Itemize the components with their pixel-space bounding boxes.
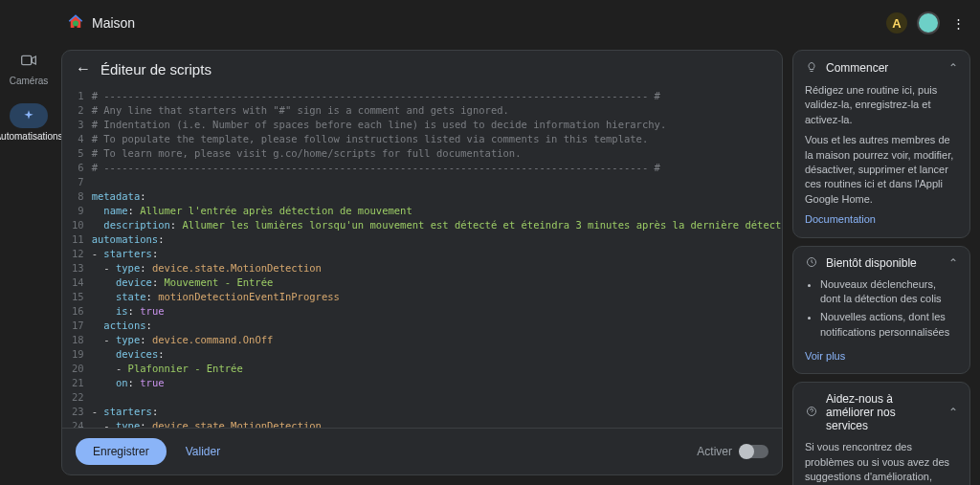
card-feedback-title: Aidez-nous à améliorer nos services	[826, 392, 941, 432]
topbar: Maison A ⋮	[0, 0, 980, 46]
nav-cameras-label: Caméras	[10, 76, 49, 86]
card-feedback: Aidez-nous à améliorer nos services ⌃ Si…	[792, 382, 970, 485]
more-menu-icon[interactable]: ⋮	[949, 16, 967, 31]
camera-icon	[10, 48, 48, 73]
svg-point-0	[73, 20, 78, 26]
chevron-up-icon: ⌃	[948, 256, 958, 270]
right-column: Commencer ⌃ Rédigez une routine ici, pui…	[792, 50, 970, 475]
pane-header: ← Éditeur de scripts	[62, 51, 782, 87]
card-get-started-header[interactable]: Commencer ⌃	[805, 60, 958, 76]
lightbulb-icon	[805, 60, 818, 76]
code-content[interactable]: # --------------------------------------…	[92, 89, 782, 422]
documentation-link[interactable]: Documentation	[805, 213, 876, 225]
nav-automations-label: Automatisations	[0, 131, 63, 142]
line-number-gutter: 1234567891011121314151617181920212223242…	[62, 89, 92, 422]
nav-cameras[interactable]: Caméras	[10, 48, 49, 86]
back-arrow-icon[interactable]: ←	[76, 60, 91, 77]
editor-footer: Enregistrer Valider Activer	[62, 428, 782, 474]
see-more-link[interactable]: Voir plus	[805, 349, 845, 364]
card-get-started-title: Commencer	[826, 61, 941, 75]
svg-rect-1	[22, 55, 32, 64]
chevron-up-icon: ⌃	[948, 61, 958, 75]
card-coming-soon-title: Bientôt disponible	[826, 256, 941, 270]
code-editor[interactable]: 1234567891011121314151617181920212223242…	[62, 87, 782, 428]
activate-label: Activer	[697, 445, 732, 458]
clock-icon	[805, 256, 818, 270]
help-icon	[805, 406, 818, 419]
save-button[interactable]: Enregistrer	[76, 438, 167, 465]
activate-toggle[interactable]: Activer	[697, 445, 768, 458]
toggle-switch-icon[interactable]	[740, 445, 768, 458]
card-feedback-header[interactable]: Aidez-nous à améliorer nos services ⌃	[805, 392, 958, 432]
avatar[interactable]	[917, 11, 940, 34]
coming-soon-item: Nouveaux déclencheurs, dont la détection…	[820, 277, 958, 307]
chevron-up-icon: ⌃	[948, 406, 958, 419]
pane-title: Éditeur de scripts	[100, 61, 212, 77]
editor-pane: ← Éditeur de scripts 1234567891011121314…	[61, 50, 783, 475]
nav-automations[interactable]: Automatisations	[0, 103, 63, 142]
card-get-started-p2: Vous et les autres membres de la maison …	[805, 133, 958, 207]
card-feedback-p1: Si vous rencontrez des problèmes ou si v…	[805, 440, 958, 485]
workspace-title: Maison	[92, 15, 135, 31]
warning-badge-icon[interactable]: A	[886, 12, 907, 33]
home-logo-icon	[67, 13, 84, 33]
card-coming-soon: Bientôt disponible ⌃ Nouveaux déclencheu…	[792, 246, 970, 375]
card-get-started: Commencer ⌃ Rédigez une routine ici, pui…	[792, 50, 970, 238]
left-nav: Caméras Automatisations	[0, 46, 57, 485]
coming-soon-item: Nouvelles actions, dont les notification…	[820, 310, 958, 340]
validate-button[interactable]: Valider	[176, 439, 230, 464]
card-coming-soon-header[interactable]: Bientôt disponible ⌃	[805, 256, 958, 270]
card-get-started-p1: Rédigez une routine ici, puis validez-la…	[805, 83, 958, 127]
sparkle-icon	[10, 103, 48, 128]
